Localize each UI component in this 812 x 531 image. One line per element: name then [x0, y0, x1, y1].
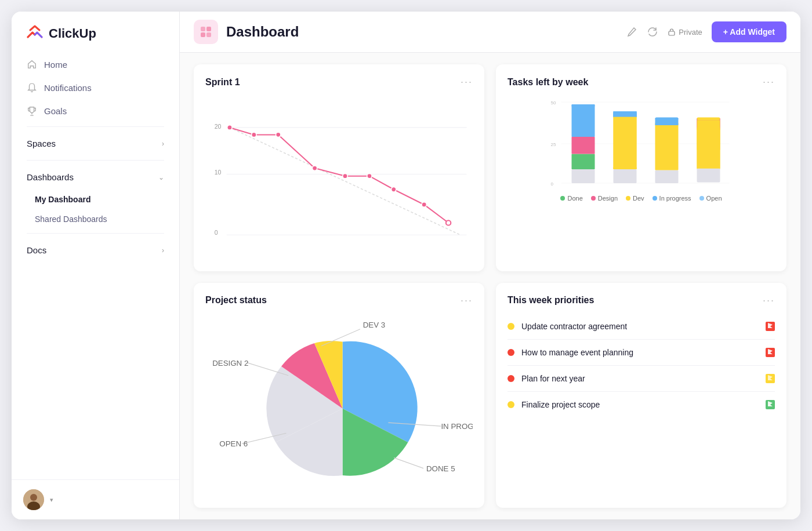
- legend-open-label: Open: [706, 195, 722, 202]
- priority-text-1: Update contractor agreement: [521, 322, 759, 331]
- avatar-image: [23, 489, 44, 510]
- nav-divider-2: [27, 160, 164, 161]
- svg-rect-42: [614, 114, 637, 117]
- dashboard-grid: Sprint 1 ··· 20 10 0: [180, 53, 800, 519]
- sidebar-item-home-label: Home: [44, 60, 67, 70]
- sprint-chart: 20 10 0: [205, 95, 473, 260]
- sidebar-item-dashboards[interactable]: Dashboards ⌄: [19, 165, 172, 189]
- priority-item-2[interactable]: How to manage event planning: [507, 340, 775, 366]
- svg-text:20: 20: [215, 123, 222, 130]
- svg-rect-56: [697, 120, 720, 150]
- svg-rect-46: [655, 123, 679, 170]
- dashboard-icon-box: [194, 20, 218, 44]
- svg-point-20: [367, 174, 372, 179]
- svg-point-23: [446, 220, 451, 225]
- flag-icon-4: [766, 400, 775, 409]
- pie-chart-svg: DEV 3 DONE 5 IN PROGRESS 5 OPEN 6 DESIGN…: [205, 314, 473, 496]
- legend-dev: Dev: [626, 195, 644, 202]
- svg-rect-33: [572, 104, 595, 137]
- main-content: Dashboard Private: [180, 12, 800, 519]
- svg-point-18: [312, 166, 317, 170]
- sidebar-item-notifications[interactable]: Notifications: [19, 77, 172, 99]
- trophy-icon: [27, 106, 37, 116]
- avatar-chevron-icon[interactable]: ▾: [50, 496, 53, 504]
- nav-divider-1: [27, 126, 164, 127]
- add-widget-button[interactable]: + Add Widget: [712, 21, 786, 42]
- sidebar-item-my-dashboard[interactable]: My Dashboard: [19, 190, 172, 209]
- priority-item-4[interactable]: Finalize project scope: [507, 392, 775, 417]
- sidebar-docs-label: Docs: [27, 245, 46, 255]
- svg-point-19: [343, 174, 347, 179]
- svg-text:0: 0: [551, 181, 554, 187]
- sidebar-item-shared-dashboards[interactable]: Shared Dashboards: [19, 210, 172, 228]
- svg-rect-43: [614, 117, 637, 169]
- svg-rect-3: [201, 27, 205, 31]
- legend-design: Design: [591, 195, 618, 202]
- sidebar: ClickUp Home Notifications: [12, 12, 180, 519]
- tasks-by-week-widget: Tasks left by week ··· 50 25 0: [496, 64, 786, 271]
- svg-rect-41: [614, 111, 637, 114]
- priorities-list: Update contractor agreement How to manag…: [507, 314, 775, 496]
- legend-open: Open: [699, 195, 722, 202]
- project-status-header: Project status ···: [205, 294, 473, 307]
- svg-text:0: 0: [215, 230, 218, 236]
- sidebar-navigation: Home Notifications Goals: [12, 53, 179, 479]
- svg-rect-45: [655, 170, 679, 183]
- priorities-widget: This week priorities ··· Update contract…: [496, 283, 786, 508]
- sprint-widget-header: Sprint 1 ···: [205, 76, 473, 88]
- topbar: Dashboard Private: [180, 12, 800, 53]
- refresh-icon[interactable]: [647, 26, 658, 38]
- page-title: Dashboard: [226, 24, 299, 40]
- sidebar-spaces-label: Spaces: [27, 139, 56, 148]
- sidebar-item-spaces[interactable]: Spaces ›: [19, 132, 172, 155]
- priorities-menu[interactable]: ···: [763, 294, 775, 307]
- svg-text:10: 10: [215, 169, 222, 176]
- sidebar-item-notifications-label: Notifications: [44, 83, 92, 93]
- topbar-left: Dashboard: [194, 20, 299, 44]
- priority-item-3[interactable]: Plan for next year: [507, 366, 775, 392]
- legend-in-progress-dot: [652, 196, 657, 201]
- tasks-by-week-menu[interactable]: ···: [763, 76, 775, 88]
- sidebar-my-dashboard-label: My Dashboard: [35, 195, 90, 204]
- priority-text-2: How to manage event planning: [521, 348, 759, 357]
- legend-design-dot: [591, 196, 596, 201]
- svg-line-14: [230, 128, 461, 235]
- topbar-right: Private + Add Widget: [626, 21, 786, 42]
- sidebar-item-goals[interactable]: Goals: [19, 100, 172, 122]
- sidebar-item-docs[interactable]: Docs ›: [19, 238, 172, 262]
- app-name: ClickUp: [49, 26, 96, 41]
- sidebar-item-goals-label: Goals: [44, 106, 67, 116]
- svg-rect-4: [206, 27, 211, 31]
- svg-rect-52: [697, 168, 720, 182]
- chevron-right-icon: ›: [162, 140, 164, 148]
- flag-icon-1: [766, 322, 775, 331]
- svg-rect-7: [669, 31, 675, 35]
- legend-dev-dot: [626, 196, 630, 201]
- svg-point-15: [227, 125, 232, 130]
- nav-divider-3: [27, 233, 164, 234]
- svg-text:50: 50: [551, 100, 556, 106]
- svg-rect-31: [572, 154, 595, 169]
- svg-rect-5: [201, 32, 205, 37]
- project-status-menu[interactable]: ···: [461, 294, 473, 307]
- project-status-widget: Project status ···: [194, 283, 484, 508]
- svg-point-1: [30, 494, 37, 501]
- sprint-widget-menu[interactable]: ···: [461, 76, 473, 88]
- pie-chart-area: DEV 3 DONE 5 IN PROGRESS 5 OPEN 6 DESIGN…: [205, 314, 473, 496]
- avatar[interactable]: [23, 489, 44, 510]
- svg-rect-48: [655, 117, 679, 120]
- legend-done-dot: [560, 196, 565, 201]
- svg-rect-35: [614, 169, 637, 183]
- bar-chart-legend: Done Design Dev In progress: [507, 195, 775, 202]
- edit-icon[interactable]: [626, 26, 637, 38]
- flag-icon-3: [766, 374, 775, 383]
- private-badge[interactable]: Private: [668, 28, 702, 37]
- chevron-right-docs-icon: ›: [162, 246, 164, 254]
- sidebar-item-home[interactable]: Home: [19, 53, 172, 75]
- lock-icon: [668, 28, 676, 36]
- legend-done: Done: [560, 195, 582, 202]
- priority-item-1[interactable]: Update contractor agreement: [507, 314, 775, 340]
- sidebar-shared-dashboards-label: Shared Dashboards: [35, 214, 107, 224]
- svg-text:DESIGN 2: DESIGN 2: [212, 358, 248, 367]
- legend-design-label: Design: [598, 195, 618, 202]
